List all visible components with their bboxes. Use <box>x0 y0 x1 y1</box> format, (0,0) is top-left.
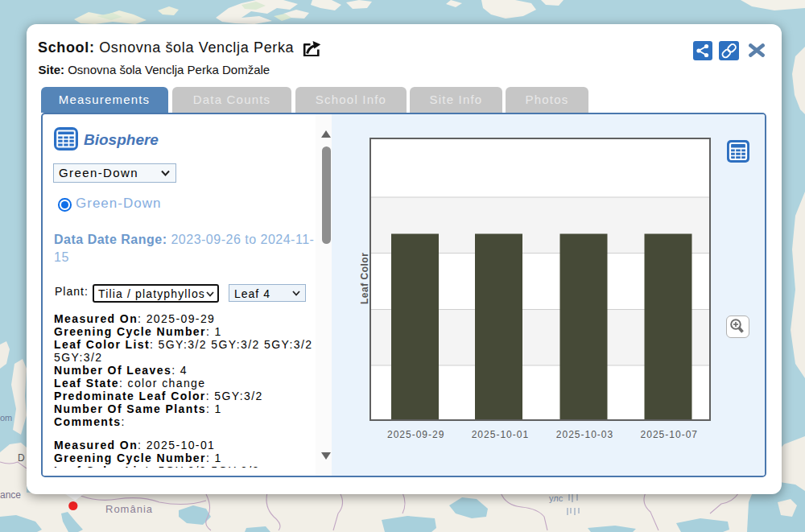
svg-text:ance: ance <box>0 489 21 501</box>
svg-text:România: România <box>105 503 153 515</box>
svg-text:om: om <box>0 413 12 423</box>
svg-text:D: D <box>18 452 25 464</box>
svg-text:улс: улс <box>549 493 564 503</box>
